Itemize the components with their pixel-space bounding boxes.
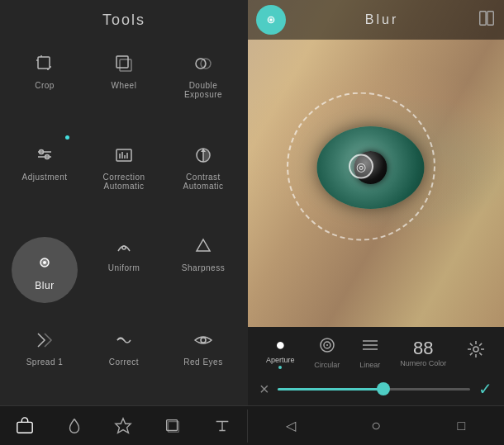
nav-square[interactable]: □ <box>445 409 478 443</box>
adjustment-dot <box>65 135 69 140</box>
linear-icon <box>360 335 380 359</box>
nav-text[interactable] <box>206 409 239 443</box>
double-exposure-icon <box>188 49 218 78</box>
aperture-icon: ● <box>275 335 285 354</box>
svg-point-21 <box>43 261 46 264</box>
nav-home[interactable]: ○ <box>359 409 392 443</box>
tool-blur[interactable]: Blur <box>12 237 78 303</box>
tab-extra[interactable] <box>459 338 492 367</box>
nav-briefcase[interactable] <box>8 409 41 443</box>
svg-point-22 <box>122 246 126 249</box>
tool-blur-wrapper: Blur <box>7 225 83 315</box>
crop-icon <box>30 49 59 78</box>
right-panel-title: Blur <box>286 12 478 27</box>
tool-crop-wrapper: Crop <box>7 42 83 130</box>
correct-icon <box>109 325 139 355</box>
contrast-label: Contrast Automatic <box>169 173 238 191</box>
tool-uniform-wrapper: Uniform <box>86 225 162 315</box>
blur-mode-button[interactable] <box>256 5 286 35</box>
blur-circle-handle[interactable] <box>349 154 373 179</box>
tab-circular[interactable]: Circular <box>307 334 346 371</box>
aperture-label: Aperture <box>266 356 295 364</box>
tool-adjustment-wrapper: Adjustment <box>7 134 83 222</box>
tab-aperture[interactable]: ● Aperture <box>259 334 302 371</box>
tool-crop[interactable]: Crop <box>26 42 63 97</box>
svg-rect-13 <box>116 149 131 161</box>
tools-grid: Crop Wheel Double Exposure <box>0 42 248 397</box>
svg-rect-6 <box>120 59 131 71</box>
contrast-icon <box>188 140 218 170</box>
slider-row: × ✓ <box>248 376 504 402</box>
red-eyes-icon <box>188 325 218 355</box>
nav-star[interactable] <box>107 409 140 443</box>
numero-color-value: 88 <box>410 338 436 359</box>
svg-marker-37 <box>116 418 131 432</box>
photo-area: Blur <box>248 0 504 327</box>
svg-rect-0 <box>38 57 50 69</box>
tool-correct[interactable]: Correct <box>106 319 142 373</box>
tool-spread-wrapper: Spread 1 <box>7 319 83 398</box>
tab-numero-color[interactable]: 88 Numero Color <box>393 336 453 369</box>
sharpness-icon <box>188 231 218 261</box>
svg-marker-23 <box>197 239 210 251</box>
svg-point-11 <box>40 149 44 154</box>
correction-icon <box>109 140 139 170</box>
tool-sharpness-wrapper: Sharpness <box>165 225 241 315</box>
tool-correction-wrapper: Correction Automatic <box>86 134 162 222</box>
wheel-icon <box>109 49 139 78</box>
bottom-nav-right: ◁ ○ □ <box>248 409 504 443</box>
svg-point-12 <box>45 154 50 159</box>
numero-color-label: Numero Color <box>400 359 446 367</box>
main-content: Tools Crop Wheel <box>0 0 504 405</box>
red-eyes-label: Red Eyes <box>183 357 222 367</box>
adjustment-label: Adjustment <box>21 173 67 182</box>
svg-rect-28 <box>487 11 493 25</box>
svg-point-35 <box>473 347 478 352</box>
bottom-nav: ◁ ○ □ <box>0 405 504 445</box>
tool-adjustment[interactable]: Adjustment <box>18 134 70 188</box>
tool-double-exposure[interactable]: Double Exposure <box>165 42 241 106</box>
tool-contrast[interactable]: Contrast Automatic <box>165 134 241 197</box>
tab-linear[interactable]: Linear <box>353 334 387 371</box>
slider-fill <box>278 388 383 391</box>
bottom-nav-left <box>0 409 248 443</box>
tool-uniform[interactable]: Uniform <box>105 225 144 279</box>
blur-slider[interactable] <box>278 388 470 391</box>
linear-label: Linear <box>359 361 380 369</box>
tool-contrast-wrapper: Contrast Automatic <box>165 134 241 222</box>
double-exposure-label: Double Exposure <box>169 81 238 99</box>
svg-point-26 <box>270 19 273 21</box>
svg-point-31 <box>326 344 328 346</box>
correction-label: Correction Automatic <box>89 173 159 191</box>
svg-rect-36 <box>17 422 32 433</box>
uniform-icon <box>109 231 139 261</box>
nav-back[interactable]: ◁ <box>274 409 307 443</box>
circular-label: Circular <box>314 361 340 369</box>
svg-point-24 <box>201 338 206 343</box>
aperture-active-dot <box>278 366 282 369</box>
nav-drop[interactable] <box>58 409 91 443</box>
confirm-button[interactable]: ✓ <box>478 379 492 399</box>
crop-label: Crop <box>35 81 55 90</box>
spread-icon <box>30 325 59 355</box>
svg-rect-5 <box>116 56 128 68</box>
blur-circle-overlay[interactable] <box>287 92 435 241</box>
nav-layers[interactable] <box>156 409 189 443</box>
tool-spread[interactable]: Spread 1 <box>23 319 67 373</box>
slider-thumb[interactable] <box>377 382 390 395</box>
tool-wheel-wrapper: Wheel <box>86 42 162 130</box>
tool-double-exposure-wrapper: Double Exposure <box>165 42 241 130</box>
wheel-label: Wheel <box>112 81 137 90</box>
tool-correct-wrapper: Correct <box>86 319 162 398</box>
right-panel: Blur ● Aperture Circular <box>248 0 504 405</box>
mode-tabs: ● Aperture Circular Linear <box>248 334 504 376</box>
spread-label: Spread 1 <box>26 357 64 367</box>
tool-red-eyes[interactable]: Red Eyes <box>180 319 226 373</box>
tool-correction[interactable]: Correction Automatic <box>86 134 162 197</box>
close-button[interactable]: × <box>259 380 269 399</box>
tool-sharpness[interactable]: Sharpness <box>178 225 228 279</box>
tool-red-eyes-wrapper: Red Eyes <box>165 319 241 398</box>
tool-wheel[interactable]: Wheel <box>106 42 142 97</box>
adjustment-icon <box>30 140 59 170</box>
compare-button[interactable] <box>478 9 496 31</box>
